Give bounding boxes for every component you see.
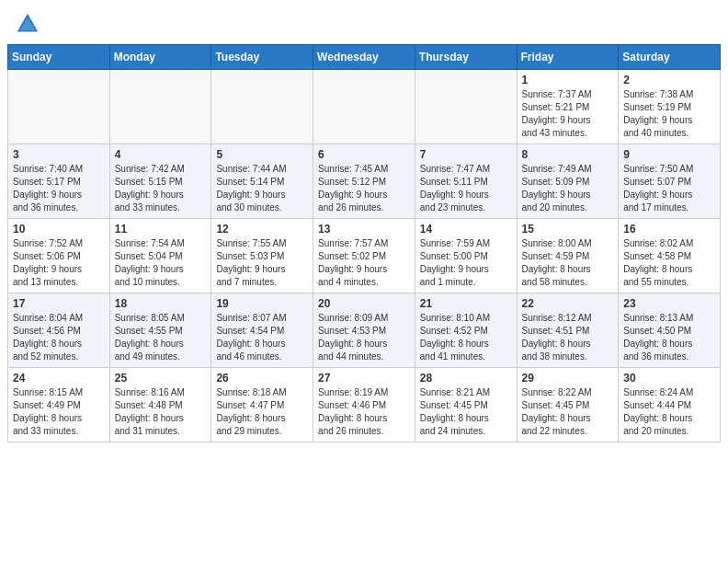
weekday-header-wednesday: Wednesday [313,45,415,70]
calendar-cell: 15Sunrise: 8:00 AM Sunset: 4:59 PM Dayli… [517,219,619,293]
day-number: 12 [216,223,308,236]
day-info: Sunrise: 8:12 AM Sunset: 4:51 PM Dayligh… [522,312,614,363]
day-number: 17 [13,297,105,310]
calendar-cell [109,70,211,144]
calendar-cell: 19Sunrise: 8:07 AM Sunset: 4:54 PM Dayli… [211,293,313,368]
day-info: Sunrise: 8:19 AM Sunset: 4:46 PM Dayligh… [318,386,410,438]
weekday-header-sunday: Sunday [8,45,110,70]
day-info: Sunrise: 7:47 AM Sunset: 5:11 PM Dayligh… [420,163,512,214]
calendar-cell: 20Sunrise: 8:09 AM Sunset: 4:53 PM Dayli… [313,293,415,368]
weekday-header-monday: Monday [109,45,211,70]
calendar-cell: 3Sunrise: 7:40 AM Sunset: 5:17 PM Daylig… [8,144,110,219]
logo-icon [15,11,40,37]
calendar-cell: 1Sunrise: 7:37 AM Sunset: 5:21 PM Daylig… [517,70,619,144]
day-info: Sunrise: 7:55 AM Sunset: 5:03 PM Dayligh… [216,237,308,289]
calendar-cell: 7Sunrise: 7:47 AM Sunset: 5:11 PM Daylig… [415,144,517,219]
day-info: Sunrise: 8:09 AM Sunset: 4:53 PM Dayligh… [318,312,410,363]
day-info: Sunrise: 8:05 AM Sunset: 4:55 PM Dayligh… [115,312,207,363]
day-number: 9 [623,148,715,161]
day-info: Sunrise: 8:00 AM Sunset: 4:59 PM Dayligh… [522,237,614,289]
calendar-cell [8,70,110,144]
day-number: 11 [115,223,207,236]
day-info: Sunrise: 7:54 AM Sunset: 5:04 PM Dayligh… [115,237,207,289]
logo [15,11,44,37]
day-info: Sunrise: 8:13 AM Sunset: 4:50 PM Dayligh… [623,312,715,363]
day-info: Sunrise: 7:57 AM Sunset: 5:02 PM Dayligh… [318,237,410,289]
day-info: Sunrise: 8:02 AM Sunset: 4:58 PM Dayligh… [623,237,715,289]
calendar-cell: 11Sunrise: 7:54 AM Sunset: 5:04 PM Dayli… [109,219,211,293]
calendar-cell: 24Sunrise: 8:15 AM Sunset: 4:49 PM Dayli… [8,368,110,442]
week-row-2: 3Sunrise: 7:40 AM Sunset: 5:17 PM Daylig… [8,144,721,219]
day-number: 25 [115,372,207,385]
week-row-4: 17Sunrise: 8:04 AM Sunset: 4:56 PM Dayli… [8,293,721,368]
calendar-table: SundayMondayTuesdayWednesdayThursdayFrid… [7,44,721,442]
day-info: Sunrise: 8:04 AM Sunset: 4:56 PM Dayligh… [13,312,105,363]
day-info: Sunrise: 8:15 AM Sunset: 4:49 PM Dayligh… [13,386,105,438]
day-number: 15 [522,223,614,236]
day-info: Sunrise: 7:45 AM Sunset: 5:12 PM Dayligh… [318,163,410,214]
day-number: 16 [623,223,715,236]
day-info: Sunrise: 7:44 AM Sunset: 5:14 PM Dayligh… [216,163,308,214]
day-info: Sunrise: 8:18 AM Sunset: 4:47 PM Dayligh… [216,386,308,438]
day-info: Sunrise: 7:37 AM Sunset: 5:21 PM Dayligh… [522,88,614,140]
calendar-cell: 30Sunrise: 8:24 AM Sunset: 4:44 PM Dayli… [619,368,721,442]
day-info: Sunrise: 8:24 AM Sunset: 4:44 PM Dayligh… [623,386,715,438]
calendar-cell [415,70,517,144]
day-number: 2 [623,74,715,86]
day-info: Sunrise: 7:40 AM Sunset: 5:17 PM Dayligh… [13,163,105,214]
weekday-header-tuesday: Tuesday [211,45,313,70]
calendar-cell: 21Sunrise: 8:10 AM Sunset: 4:52 PM Dayli… [415,293,517,368]
day-info: Sunrise: 7:59 AM Sunset: 5:00 PM Dayligh… [420,237,512,289]
week-row-1: 1Sunrise: 7:37 AM Sunset: 5:21 PM Daylig… [8,70,721,144]
day-number: 13 [318,223,410,236]
day-number: 27 [318,372,410,385]
calendar-cell [313,70,415,144]
day-number: 14 [420,223,512,236]
day-number: 1 [522,74,614,86]
calendar-cell: 29Sunrise: 8:22 AM Sunset: 4:45 PM Dayli… [517,368,619,442]
day-info: Sunrise: 7:38 AM Sunset: 5:19 PM Dayligh… [623,88,715,140]
day-info: Sunrise: 8:22 AM Sunset: 4:45 PM Dayligh… [522,386,614,438]
calendar-cell: 17Sunrise: 8:04 AM Sunset: 4:56 PM Dayli… [8,293,110,368]
day-number: 21 [420,297,512,310]
day-number: 22 [522,297,614,310]
calendar-cell: 18Sunrise: 8:05 AM Sunset: 4:55 PM Dayli… [109,293,211,368]
day-info: Sunrise: 8:07 AM Sunset: 4:54 PM Dayligh… [216,312,308,363]
day-info: Sunrise: 8:21 AM Sunset: 4:45 PM Dayligh… [420,386,512,438]
calendar-cell: 28Sunrise: 8:21 AM Sunset: 4:45 PM Dayli… [415,368,517,442]
calendar-cell: 16Sunrise: 8:02 AM Sunset: 4:58 PM Dayli… [619,219,721,293]
day-info: Sunrise: 7:42 AM Sunset: 5:15 PM Dayligh… [115,163,207,214]
calendar-cell [211,70,313,144]
day-number: 6 [318,148,410,161]
day-number: 20 [318,297,410,310]
calendar-cell: 27Sunrise: 8:19 AM Sunset: 4:46 PM Dayli… [313,368,415,442]
calendar-cell: 6Sunrise: 7:45 AM Sunset: 5:12 PM Daylig… [313,144,415,219]
day-number: 10 [13,223,105,236]
calendar-cell: 2Sunrise: 7:38 AM Sunset: 5:19 PM Daylig… [619,70,721,144]
day-number: 28 [420,372,512,385]
day-info: Sunrise: 8:10 AM Sunset: 4:52 PM Dayligh… [420,312,512,363]
day-number: 26 [216,372,308,385]
calendar-cell: 25Sunrise: 8:16 AM Sunset: 4:48 PM Dayli… [109,368,211,442]
weekday-header-friday: Friday [517,45,619,70]
calendar-cell: 14Sunrise: 7:59 AM Sunset: 5:00 PM Dayli… [415,219,517,293]
calendar-cell: 13Sunrise: 7:57 AM Sunset: 5:02 PM Dayli… [313,219,415,293]
calendar-cell: 8Sunrise: 7:49 AM Sunset: 5:09 PM Daylig… [517,144,619,219]
header [0,0,728,44]
week-row-3: 10Sunrise: 7:52 AM Sunset: 5:06 PM Dayli… [8,219,721,293]
day-number: 30 [623,372,715,385]
calendar-cell: 23Sunrise: 8:13 AM Sunset: 4:50 PM Dayli… [619,293,721,368]
day-info: Sunrise: 7:52 AM Sunset: 5:06 PM Dayligh… [13,237,105,289]
calendar-cell: 10Sunrise: 7:52 AM Sunset: 5:06 PM Dayli… [8,219,110,293]
day-number: 18 [115,297,207,310]
day-number: 19 [216,297,308,310]
calendar-cell: 26Sunrise: 8:18 AM Sunset: 4:47 PM Dayli… [211,368,313,442]
weekday-header-row: SundayMondayTuesdayWednesdayThursdayFrid… [8,45,721,70]
day-number: 24 [13,372,105,385]
day-number: 23 [623,297,715,310]
calendar-cell: 12Sunrise: 7:55 AM Sunset: 5:03 PM Dayli… [211,219,313,293]
day-number: 8 [522,148,614,161]
day-number: 29 [522,372,614,385]
weekday-header-thursday: Thursday [415,45,517,70]
day-number: 5 [216,148,308,161]
